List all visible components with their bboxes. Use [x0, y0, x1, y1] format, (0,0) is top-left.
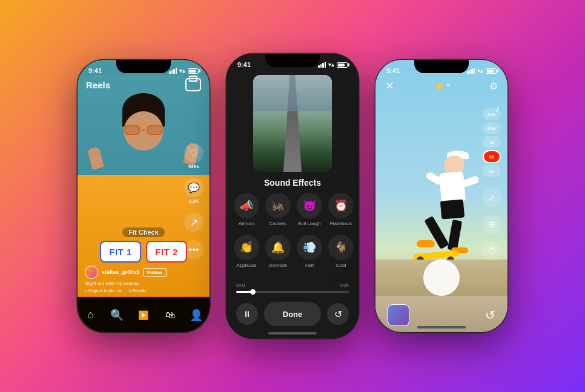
close-button[interactable]: ✕	[385, 79, 394, 93]
crickets-icon: 🦗	[265, 193, 291, 218]
move-tool-button[interactable]: ⤢	[482, 188, 501, 207]
camera-button[interactable]	[185, 78, 201, 91]
fit-check-label: Fit Check	[122, 227, 165, 237]
top-bar-1: Reels	[78, 78, 210, 91]
follow-button[interactable]: Follow	[143, 268, 167, 277]
airhorn-icon: 📣	[234, 193, 259, 218]
sound-flashback[interactable]: ⏰ Flashback	[328, 193, 354, 226]
timer-tool-button[interactable]: ⏱	[482, 241, 501, 261]
progress-times: 0:01 0:05	[236, 283, 349, 288]
battery-icon	[188, 68, 199, 74]
fart-icon: 💨	[297, 235, 322, 260]
comment-icon-item[interactable]: 💬 1.2K	[184, 178, 203, 204]
airhorn-label: Airhorn	[239, 221, 254, 226]
fit-1-button[interactable]: FIT 1	[100, 241, 141, 263]
sound-row-2: 👏 Applause 🔔 Doorbell 💨 Fart 🐐 Goat	[234, 235, 351, 268]
fit-buttons: FIT 1 FIT 2	[100, 241, 187, 263]
reel-caption: Night out with my besties	[85, 281, 172, 286]
nav-home[interactable]: ⌂	[80, 304, 102, 326]
sound-preview	[253, 75, 332, 172]
progress-fill	[236, 291, 253, 293]
glasses	[125, 125, 163, 135]
sound-evil-laugh[interactable]: 😈 Evil Laugh	[297, 193, 322, 226]
sound-row-1: 📣 Airhorn 🦗 Crickets 😈 Evil Laugh ⏰ Flas…	[234, 193, 351, 226]
sound-fart[interactable]: 💨 Fart	[297, 235, 322, 268]
settings-button[interactable]: ⚙	[489, 80, 498, 92]
speed-90-active[interactable]: 90	[483, 150, 501, 163]
comment-icon: 💬	[184, 178, 203, 197]
flash-off-icon[interactable]: ⚡✕	[434, 80, 451, 92]
fit-check-overlay: Fit Check FIT 1 FIT 2	[78, 227, 210, 263]
sound-airhorn[interactable]: 📣 Airhorn	[234, 193, 259, 226]
gallery-thumbnail[interactable]	[388, 304, 409, 326]
grid-tool-button[interactable]: ⊞	[482, 215, 501, 234]
wifi-icon-3: ▾▴	[477, 68, 483, 74]
bridge	[142, 129, 145, 131]
arm-right	[461, 175, 480, 188]
sound-grid: 📣 Airhorn 🦗 Crickets 😈 Evil Laugh ⏰ Flas…	[234, 193, 351, 276]
like-count: 928k	[188, 164, 199, 169]
screen-1: 9:41 ▾▴ Reels ♡	[78, 60, 210, 332]
status-icons-2: ▾▴	[318, 62, 348, 68]
speed-03x[interactable]: 0.3x	[483, 108, 501, 120]
phone-1-reels: 9:41 ▾▴ Reels ♡	[78, 60, 210, 332]
reset-button[interactable]: ↺	[327, 303, 349, 325]
goat-icon: 🐐	[328, 235, 354, 260]
shoe-left	[417, 240, 435, 247]
shutter-button[interactable]	[423, 260, 460, 296]
nav-reels[interactable]: ▶️	[133, 304, 154, 326]
user-avatar	[85, 266, 98, 279]
evil-laugh-label: Evil Laugh	[298, 221, 320, 226]
screen-3: 9:41 ▾▴ ✕ ⚡✕ ⚙ ♪	[375, 60, 507, 332]
time-start: 0:01	[236, 283, 246, 288]
applause-icon: 👏	[234, 235, 259, 260]
results-button[interactable]: ≡ Results	[128, 289, 146, 293]
nav-shop[interactable]: 🛍	[159, 304, 181, 326]
wifi-icon: ▾▴	[179, 68, 185, 74]
cam-right-tools: 0.3x 0.5x 1x 90 3x ⤢ ⊞ ⏱	[482, 108, 501, 261]
time-end: 0:05	[339, 283, 349, 288]
skater-area	[414, 145, 492, 278]
status-icons-1: ▾▴	[169, 68, 199, 74]
done-button[interactable]: Done	[264, 302, 321, 326]
leg-right	[448, 220, 462, 251]
shorts	[440, 199, 464, 219]
sound-applause[interactable]: 👏 Applause	[234, 235, 259, 268]
sound-goat[interactable]: 🐐 Goat	[328, 235, 354, 268]
status-time-1: 9:41	[88, 67, 102, 74]
signal-icon	[169, 68, 177, 74]
battery-icon-2	[337, 62, 348, 68]
wifi-icon-2: ▾▴	[328, 62, 334, 68]
notch-3	[414, 60, 469, 73]
shutter-area	[375, 260, 507, 296]
flip-camera-button[interactable]: ↺	[485, 308, 495, 322]
speed-1x[interactable]: 1x	[483, 136, 501, 148]
progress-track[interactable]	[236, 291, 349, 293]
reel-bottom-info: stellas_gr00v3 Follow Night out with my …	[78, 266, 179, 293]
sound-doorbell[interactable]: 🔔 Doorbell	[265, 235, 291, 268]
pause-button[interactable]: ⏸	[236, 303, 258, 325]
home-indicator-3	[417, 326, 466, 328]
doorbell-label: Doorbell	[269, 263, 287, 268]
nav-search[interactable]: 🔍	[106, 304, 128, 326]
fart-label: Fart	[305, 263, 314, 268]
progress-dot	[250, 289, 256, 295]
status-icons-3: ▾▴	[467, 68, 497, 74]
bottom-nav-1: ⌂ 🔍 ▶️ 🛍 👤	[78, 297, 210, 332]
phone-2-sound: 9:41 ▾▴ Sound Effects	[226, 54, 359, 338]
flashback-icon: ⏰	[328, 193, 354, 218]
doorbell-icon: 🔔	[265, 235, 291, 260]
speed-3x[interactable]: 3x	[483, 165, 501, 177]
notch-2	[265, 54, 320, 67]
fit-2-button[interactable]: FIT 2	[146, 241, 187, 263]
sound-crickets[interactable]: 🦗 Crickets	[265, 193, 291, 226]
speed-05x[interactable]: 0.5x	[483, 122, 501, 134]
sound-progress-area: 0:01 0:05	[236, 283, 349, 293]
lens-left	[125, 125, 140, 135]
like-icon-item[interactable]: ♡ 928k	[184, 143, 203, 169]
flashback-label: Flashback	[330, 221, 352, 226]
speed-controls: 0.3x 0.5x 1x 90 3x	[482, 108, 501, 177]
nav-profile[interactable]: 👤	[185, 304, 207, 326]
reel-audio-row: ♪ Original Audio · st· ≡ Results	[85, 289, 172, 293]
applause-label: Applause	[236, 263, 256, 268]
